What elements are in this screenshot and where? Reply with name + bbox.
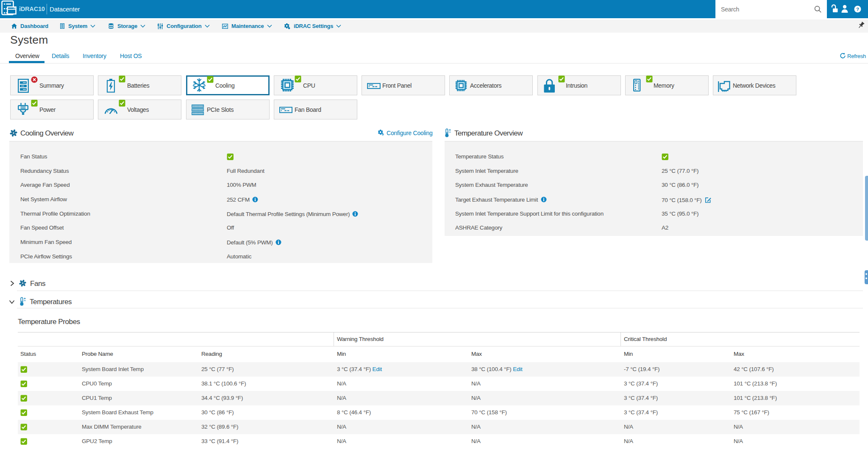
svg-text:?: ? xyxy=(856,7,859,12)
